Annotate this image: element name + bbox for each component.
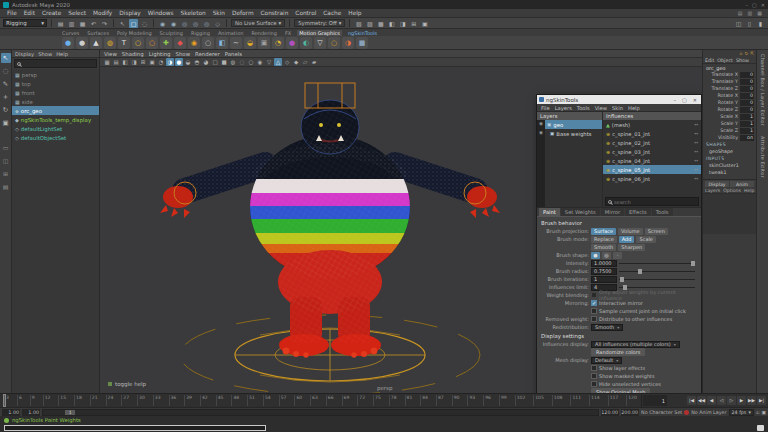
input-node-name[interactable]: skinCluster1: [703, 162, 756, 169]
tool-icon[interactable]: ✎: [1, 79, 11, 89]
viewport-toggle-icon[interactable]: ◑: [166, 58, 174, 66]
file-op-icon[interactable]: ▦: [78, 19, 87, 28]
outliner-item[interactable]: ▦ persp: [12, 70, 99, 79]
influence-row[interactable]: ⊕ c_spine_04_jnt ↔: [603, 156, 701, 165]
ngskintools-menu-item[interactable]: View: [595, 105, 607, 111]
viewport-toggle-icon[interactable]: ◒: [184, 58, 192, 66]
render-icon[interactable]: ▩: [376, 19, 385, 28]
range-track[interactable]: 1: [42, 409, 599, 416]
range-end-field[interactable]: 120.00: [601, 409, 619, 416]
ngskintools-menu-item[interactable]: Skin: [612, 105, 623, 111]
ngskintools-titlebar[interactable]: ngSkinTools – ▢ ✕: [537, 95, 701, 104]
playback-button[interactable]: ◀: [707, 396, 716, 405]
menu-item[interactable]: Modify: [90, 10, 115, 16]
selection-mode-icon[interactable]: ▢: [129, 19, 138, 28]
character-set-menu[interactable]: No Character Set: [641, 410, 682, 415]
shelf-tool-icon[interactable]: ◍: [104, 37, 116, 49]
slider-value-field[interactable]: 1.0000: [591, 260, 617, 267]
render-icon[interactable]: ▧: [354, 19, 363, 28]
minimize-icon[interactable]: –: [746, 2, 749, 8]
shelf-tool-icon[interactable]: T: [118, 37, 130, 49]
outliner-item[interactable]: ◇ defaultObjectSet: [12, 133, 99, 142]
current-frame-field[interactable]: 1: [643, 395, 667, 406]
shelf-tool-icon[interactable]: ◐: [300, 37, 312, 49]
viewport-toggle-icon[interactable]: ▽: [265, 58, 273, 66]
influence-row[interactable]: ⊕ c_spine_02_jnt ↔: [603, 138, 701, 147]
layer-row[interactable]: ▣ geo: [545, 120, 602, 129]
render-icon[interactable]: ◧: [387, 19, 396, 28]
menubar-right-icon[interactable]: ▤: [736, 10, 745, 16]
slider-track[interactable]: [619, 284, 695, 291]
menu-item[interactable]: Control: [292, 10, 319, 16]
checkbox[interactable]: [591, 308, 597, 314]
selection-mode-icon[interactable]: ◌: [140, 19, 149, 28]
ngskintools-menu-item[interactable]: Tools: [577, 105, 590, 111]
eye-icon[interactable]: ◉: [539, 121, 543, 126]
influence-row[interactable]: ▲ (mesh) ↔: [603, 120, 701, 129]
layout-icon[interactable]: ◫: [1, 155, 11, 165]
influence-row[interactable]: ⊕ c_spine_06_jnt ↔: [603, 174, 701, 183]
range-handle[interactable]: 1: [65, 410, 75, 415]
command-input[interactable]: [4, 425, 266, 431]
render-icon[interactable]: ◨: [398, 19, 407, 28]
menu-item[interactable]: Display: [116, 10, 143, 16]
shelf-tool-icon[interactable]: ~: [230, 37, 242, 49]
menubar-right-icon[interactable]: ▥: [746, 10, 755, 16]
brush-mode-button[interactable]: Add: [619, 236, 635, 243]
symmetry-dropdown[interactable]: Symmetry: Off▾: [294, 19, 345, 27]
viewport-toggle-icon[interactable]: ▣: [148, 58, 156, 66]
brush-shape-solid-button[interactable]: ●: [591, 252, 600, 259]
ngskintools-tab[interactable]: Set Weights: [561, 208, 600, 216]
shelf-tool-icon[interactable]: ●: [62, 37, 74, 49]
channel-value-field[interactable]: 1: [740, 114, 754, 120]
live-surface-dropdown[interactable]: No Live Surface▾: [231, 19, 285, 27]
snap-magnet-icon[interactable]: ◉: [169, 19, 178, 28]
shelf-tool-icon[interactable]: ◆: [174, 37, 186, 49]
channel-value-field[interactable]: 0: [740, 100, 754, 106]
menu-item[interactable]: Deform: [229, 10, 257, 16]
shelf-tool-icon[interactable]: ◔: [272, 37, 284, 49]
shelf-tool-icon[interactable]: ▣: [258, 37, 270, 49]
channel-box-menu-item[interactable]: Edit: [705, 58, 714, 63]
fps-dropdown[interactable]: 24 fps▾: [729, 409, 754, 416]
range-start-field[interactable]: 1.00: [22, 409, 40, 416]
playback-button[interactable]: ▷: [727, 396, 736, 405]
viewport-toggle-icon[interactable]: ◇: [283, 58, 291, 66]
outliner-item[interactable]: ◆ ngSkinTools_temp_display: [12, 115, 99, 124]
eye-icon[interactable]: ◉: [539, 130, 543, 135]
slider-value-field[interactable]: 0.7500: [591, 268, 617, 275]
menu-item[interactable]: Create: [39, 10, 64, 16]
layer-editor-tab[interactable]: Anim: [730, 181, 754, 187]
checkbox[interactable]: [591, 381, 597, 387]
slider-track[interactable]: [619, 260, 695, 267]
playback-button[interactable]: ▶▶: [747, 396, 756, 405]
slider-track[interactable]: [619, 268, 695, 275]
render-icon[interactable]: ▨: [365, 19, 374, 28]
shelf-tool-icon[interactable]: ◑: [342, 37, 354, 49]
channel-value-field[interactable]: 0: [740, 79, 754, 85]
brush-mode-button[interactable]: Sharpen: [618, 244, 645, 251]
viewport-toggle-icon[interactable]: ◔: [157, 58, 165, 66]
channel-value-field[interactable]: 1: [740, 128, 754, 134]
tool-icon[interactable]: ↖: [1, 53, 11, 63]
sidebar-toggle-icon[interactable]: ◫: [734, 19, 743, 28]
shelf-tool-icon[interactable]: ✚: [160, 37, 172, 49]
file-op-icon[interactable]: ▤: [56, 19, 65, 28]
layout-icon[interactable]: ▤: [1, 181, 11, 191]
shelf-tool-icon[interactable]: ●: [76, 37, 88, 49]
menu-item[interactable]: Windows: [145, 10, 177, 16]
selection-mode-icon[interactable]: ↖: [118, 19, 127, 28]
brush-projection-button[interactable]: Volume: [618, 228, 643, 235]
viewport-toggle-icon[interactable]: ▰: [310, 58, 318, 66]
checkbox[interactable]: [591, 365, 597, 371]
tool-icon[interactable]: ↻: [1, 105, 11, 115]
preferences-icon[interactable]: ▣: [761, 410, 766, 415]
shelf-tool-icon[interactable]: ◒: [244, 37, 256, 49]
channel-box-menu-item[interactable]: Object: [717, 58, 733, 63]
channel-value-field[interactable]: 0: [740, 93, 754, 99]
channel-box-object-name[interactable]: orc_geo: [703, 64, 756, 71]
layer-editor-tab[interactable]: Display: [705, 181, 729, 187]
viewport-toggle-icon[interactable]: ◧: [121, 58, 129, 66]
snap-magnet-icon[interactable]: ◎: [180, 19, 189, 28]
viewport-menu-item[interactable]: Panels: [225, 51, 242, 57]
